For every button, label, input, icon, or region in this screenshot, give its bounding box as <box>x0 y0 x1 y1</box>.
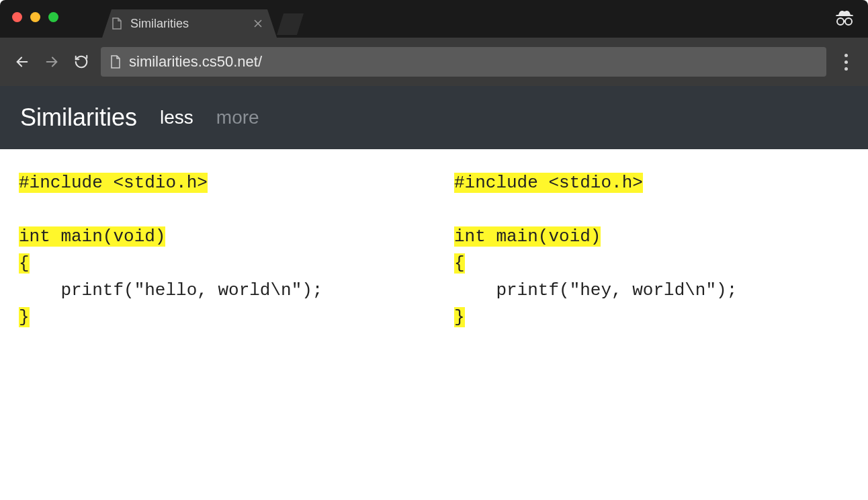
browser-toolbar: similarities.cs50.net/ <box>0 38 868 86</box>
code-segment-highlighted: int main(void) <box>19 226 165 247</box>
code-segment: printf("hello, world\n"); <box>19 280 322 300</box>
svg-point-3 <box>845 18 852 25</box>
svg-point-2 <box>837 18 844 25</box>
browser-menu-button[interactable] <box>836 54 856 71</box>
code-line: } <box>454 304 849 331</box>
window-controls <box>12 12 58 22</box>
code-line: printf("hello, world\n"); <box>19 277 414 304</box>
code-segment-highlighted: #include <stdio.h> <box>454 173 643 193</box>
code-line: int main(void) <box>454 223 849 250</box>
tab-close-button[interactable] <box>251 15 265 32</box>
code-segment-highlighted: { <box>454 253 465 274</box>
nav-link-more[interactable]: more <box>216 107 259 128</box>
code-segment: printf("hey, world\n"); <box>454 280 737 300</box>
code-segment-highlighted: #include <stdio.h> <box>19 173 208 193</box>
window-close-button[interactable] <box>12 12 22 22</box>
code-line <box>454 196 849 223</box>
nav-link-less[interactable]: less <box>160 107 193 128</box>
tab-title: Similarities <box>130 17 243 31</box>
forward-button[interactable] <box>42 52 62 72</box>
code-segment-highlighted: { <box>19 253 30 274</box>
url-text: similarities.cs50.net/ <box>129 53 262 71</box>
code-line: { <box>19 250 414 277</box>
code-line: #include <stdio.h> <box>454 169 849 196</box>
browser-titlebar: Similarities <box>0 0 868 38</box>
browser-tab[interactable]: Similarities <box>102 9 277 38</box>
window-maximize-button[interactable] <box>48 12 58 22</box>
file-icon <box>110 55 121 69</box>
code-pane-left: #include <stdio.h> int main(void){ print… <box>19 169 414 331</box>
incognito-icon <box>834 8 855 30</box>
code-segment <box>19 200 30 220</box>
code-line: printf("hey, world\n"); <box>454 277 849 304</box>
back-button[interactable] <box>12 52 32 72</box>
app-header: Similarities less more <box>0 86 868 149</box>
code-line: int main(void) <box>19 223 414 250</box>
code-segment-highlighted: } <box>454 307 465 327</box>
code-segment-highlighted: int main(void) <box>454 226 601 247</box>
reload-button[interactable] <box>71 52 91 72</box>
code-line: { <box>454 250 849 277</box>
vertical-dots-icon <box>836 54 856 71</box>
window-minimize-button[interactable] <box>30 12 40 22</box>
code-segment <box>454 200 465 220</box>
code-line: #include <stdio.h> <box>19 169 414 196</box>
code-line <box>19 196 414 223</box>
code-pane-right: #include <stdio.h> int main(void){ print… <box>454 169 849 331</box>
code-segment-highlighted: } <box>19 307 30 327</box>
new-tab-button[interactable] <box>277 13 304 35</box>
code-line: } <box>19 304 414 331</box>
file-icon <box>112 17 122 30</box>
tab-strip: Similarities <box>107 9 304 38</box>
brand-title: Similarities <box>20 103 137 132</box>
comparison-content: #include <stdio.h> int main(void){ print… <box>0 149 868 351</box>
address-bar[interactable]: similarities.cs50.net/ <box>101 47 826 77</box>
